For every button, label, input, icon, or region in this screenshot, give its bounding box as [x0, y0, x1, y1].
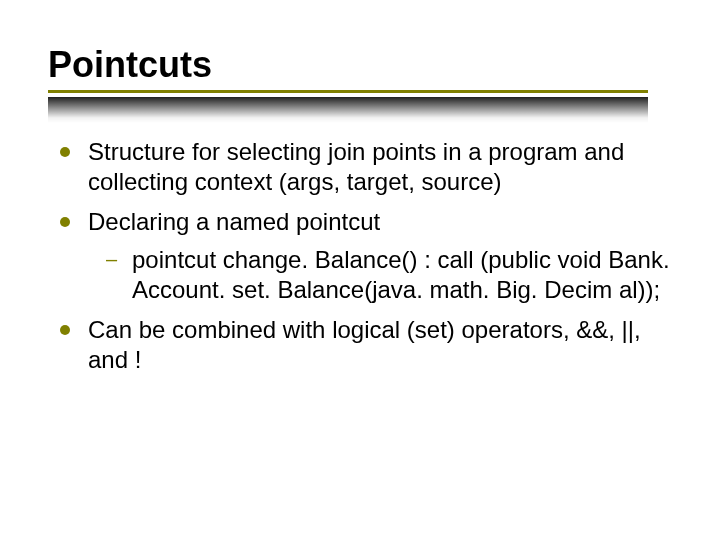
bullet-item: Structure for selecting join points in a… [48, 137, 672, 197]
bullet-text: Can be combined with logical (set) opera… [88, 316, 641, 373]
bullet-text: Declaring a named pointcut [88, 208, 380, 235]
sub-bullet-list: pointcut change. Balance() : call (publi… [88, 245, 672, 305]
sub-bullet-text: pointcut change. Balance() : call (publi… [132, 246, 670, 303]
slide: Pointcuts Structure for selecting join p… [0, 0, 720, 540]
bullet-list: Structure for selecting join points in a… [48, 137, 672, 375]
sub-bullet-item: pointcut change. Balance() : call (publi… [88, 245, 672, 305]
title-shadow [48, 97, 648, 123]
bullet-text: Structure for selecting join points in a… [88, 138, 624, 195]
title-block: Pointcuts [48, 44, 672, 123]
title-underline [48, 90, 648, 93]
slide-body: Structure for selecting join points in a… [48, 137, 672, 375]
slide-title: Pointcuts [48, 44, 672, 86]
bullet-item: Declaring a named pointcut pointcut chan… [48, 207, 672, 305]
bullet-item: Can be combined with logical (set) opera… [48, 315, 672, 375]
